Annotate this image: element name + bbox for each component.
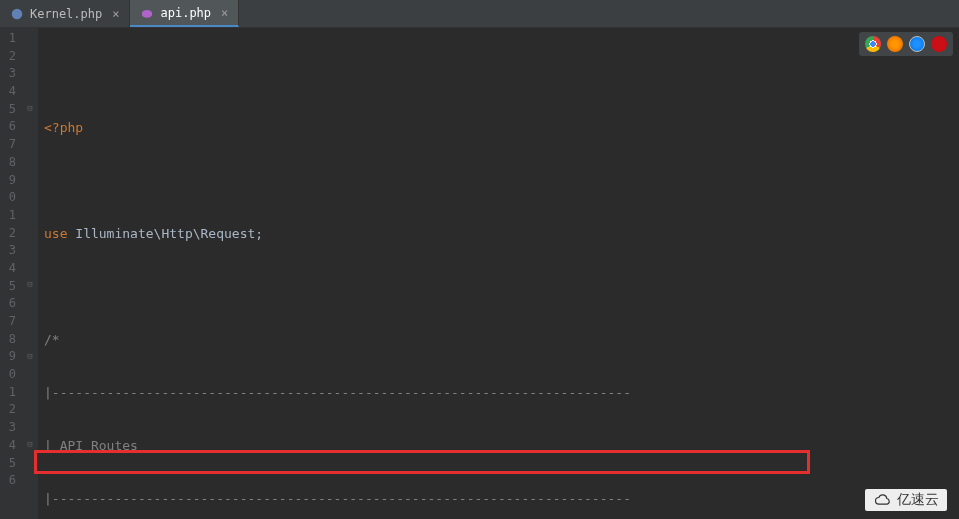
code-line [44,278,959,296]
tab-label: api.php [160,6,211,20]
cloud-icon [873,493,893,507]
code-area[interactable]: <?php use Illuminate\Http\Request; /* |-… [38,28,959,519]
svg-point-0 [12,8,23,19]
safari-icon[interactable] [909,36,925,52]
code-line: /* [44,331,959,349]
code-line: use Illuminate\Http\Request; [44,225,959,243]
fold-icon[interactable]: ⊟ [25,348,35,366]
line-number: 5 [4,278,16,296]
line-number: 8 [4,154,16,172]
line-number: 6 [4,472,16,490]
line-number: 6 [4,295,16,313]
line-number: 7 [4,136,16,154]
opera-icon[interactable] [931,36,947,52]
line-number: 3 [4,419,16,437]
line-number: 2 [4,48,16,66]
code-line: |---------------------------------------… [44,490,959,508]
php-icon [10,7,24,21]
watermark-badge: 亿速云 [865,489,947,511]
tab-api[interactable]: api.php × [130,0,239,27]
line-number: 4 [4,260,16,278]
code-line: |---------------------------------------… [44,384,959,402]
fold-icon[interactable]: ⊟ [25,100,35,118]
line-number: 4 [4,437,16,455]
tab-kernel[interactable]: Kernel.php × [0,0,130,27]
line-number: 1 [4,207,16,225]
line-number: 8 [4,331,16,349]
browser-toolbar [859,32,953,56]
fold-gutter: ⊟ ⊟ ⊟ ⊟ [24,28,38,519]
line-number: 9 [4,348,16,366]
line-numbers: 1 2 3 4 5 6 7 8 9 0 1 2 3 4 5 6 7 8 9 0 … [0,28,24,519]
close-icon[interactable]: × [221,6,228,20]
line-number: 3 [4,65,16,83]
line-number: 2 [4,401,16,419]
line-number: 4 [4,83,16,101]
code-line: | API Routes [44,437,959,455]
close-icon[interactable]: × [112,7,119,21]
chrome-icon[interactable] [865,36,881,52]
line-number: 3 [4,242,16,260]
firefox-icon[interactable] [887,36,903,52]
code-line: <?php [44,119,959,137]
svg-point-1 [142,9,153,17]
line-number: 1 [4,384,16,402]
line-number: 5 [4,455,16,473]
fold-icon[interactable]: ⊟ [25,436,35,454]
php-elephant-icon [140,6,154,20]
code-line [44,172,959,190]
fold-icon[interactable]: ⊟ [25,276,35,294]
line-number: 2 [4,225,16,243]
line-number: 0 [4,189,16,207]
tab-label: Kernel.php [30,7,102,21]
line-number: 0 [4,366,16,384]
line-number: 1 [4,30,16,48]
line-number: 5 [4,101,16,119]
editor-tabs: Kernel.php × api.php × [0,0,959,28]
code-editor[interactable]: 1 2 3 4 5 6 7 8 9 0 1 2 3 4 5 6 7 8 9 0 … [0,28,959,519]
line-number: 7 [4,313,16,331]
line-number: 9 [4,172,16,190]
watermark-text: 亿速云 [897,491,939,509]
line-number: 6 [4,118,16,136]
